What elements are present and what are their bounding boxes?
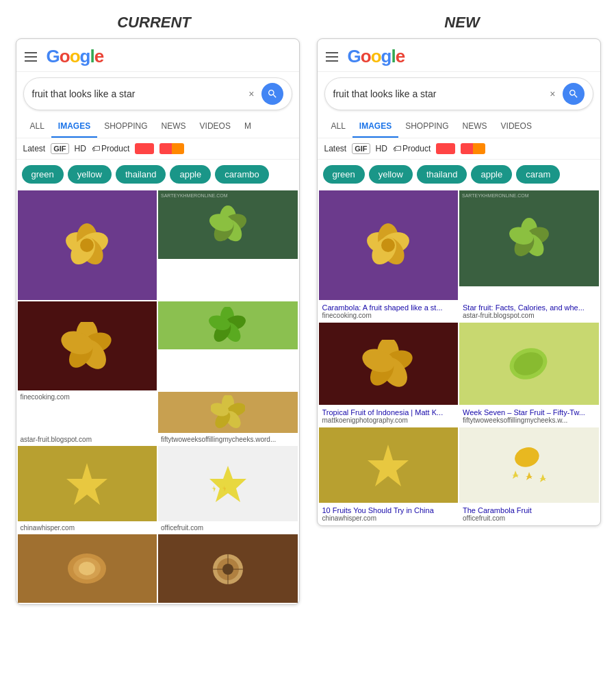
img-cell-2[interactable]: SARTEYKHMERONLINE.COM bbox=[158, 190, 298, 259]
img-cell-4[interactable] bbox=[158, 301, 298, 349]
new-chip-yellow[interactable]: yellow bbox=[369, 165, 413, 184]
new-hamburger-menu[interactable] bbox=[326, 52, 338, 62]
tab-shopping[interactable]: SHOPPING bbox=[97, 116, 154, 138]
new-search-bar[interactable]: fruit that looks like a star × bbox=[324, 77, 593, 110]
tab-more[interactable]: M bbox=[238, 116, 258, 138]
new-search-text: fruit that looks like a star bbox=[333, 88, 550, 99]
new-img-source-4: fiftytwoweeksoffillingmycheeks.w... bbox=[463, 416, 595, 424]
new-filter-row: Latest GIF HD 🏷 Product bbox=[318, 138, 600, 160]
new-caption-3: Tropical Fruit of Indonesia | Matt K... … bbox=[319, 406, 459, 426]
current-search-text: fruit that looks like a star bbox=[32, 88, 249, 99]
img-cell-8[interactable] bbox=[158, 534, 298, 603]
new-tab-videos[interactable]: VIDEOS bbox=[494, 116, 539, 138]
new-filter-latest[interactable]: Latest bbox=[324, 144, 347, 153]
current-search-button[interactable] bbox=[261, 83, 283, 105]
svg-marker-56 bbox=[368, 445, 409, 486]
new-search-button[interactable] bbox=[563, 83, 585, 105]
svg-marker-27 bbox=[209, 466, 246, 502]
chip-apple[interactable]: apple bbox=[170, 165, 211, 184]
new-chip-caram[interactable]: caram bbox=[516, 165, 560, 184]
source-3: astar-fruit.blogspot.com bbox=[18, 434, 157, 445]
img-cell-1[interactable] bbox=[18, 190, 157, 300]
new-search-clear[interactable]: × bbox=[550, 88, 555, 99]
current-search-clear[interactable]: × bbox=[248, 88, 254, 99]
new-tag-icon: 🏷 bbox=[393, 144, 401, 153]
svg-point-5 bbox=[80, 238, 94, 252]
tab-news[interactable]: NEWS bbox=[155, 116, 193, 138]
filter-orange-swatch[interactable] bbox=[159, 143, 184, 154]
new-img-source-3: mattkoenigphotography.com bbox=[322, 416, 455, 424]
svg-marker-58 bbox=[539, 474, 546, 482]
current-filter-row: Latest GIF HD 🏷 Product bbox=[16, 138, 299, 160]
new-img-source-6: officefruit.com bbox=[463, 514, 595, 522]
new-filter-product[interactable]: 🏷 Product bbox=[393, 144, 431, 153]
google-logo: Google bbox=[47, 46, 104, 67]
new-caption-1: Carambola: A fruit shaped like a st... f… bbox=[319, 301, 459, 321]
source-6: officefruit.com bbox=[158, 523, 298, 533]
new-img-title-6: The Carambola Fruit bbox=[463, 506, 595, 514]
img-cell-3[interactable] bbox=[18, 301, 157, 390]
new-label: NEW bbox=[318, 14, 606, 32]
new-google-logo: Google bbox=[348, 46, 405, 67]
current-tabs: ALL IMAGES SHOPPING NEWS VIDEOS M bbox=[16, 116, 299, 138]
svg-point-32 bbox=[79, 562, 95, 575]
new-panel: Google fruit that looks like a star × AL… bbox=[317, 38, 601, 526]
svg-marker-60 bbox=[512, 471, 519, 479]
filter-latest[interactable]: Latest bbox=[23, 144, 46, 153]
new-chip-green[interactable]: green bbox=[323, 165, 365, 184]
new-caption-6: The Carambola Fruit officefruit.com bbox=[459, 504, 599, 524]
new-img-6[interactable] bbox=[459, 427, 599, 503]
img-cell-7[interactable] bbox=[18, 534, 157, 603]
tab-images[interactable]: IMAGES bbox=[51, 116, 97, 138]
new-img-title-3: Tropical Fruit of Indonesia | Matt K... bbox=[322, 408, 455, 416]
img-cell-6[interactable] bbox=[158, 446, 298, 521]
new-chip-apple[interactable]: apple bbox=[471, 165, 512, 184]
chip-carambo[interactable]: carambo bbox=[215, 165, 269, 184]
new-chip-thailand[interactable]: thailand bbox=[417, 165, 467, 184]
new-image-grid: SARTEYKHMERONLINE.COM Carambola: A fruit… bbox=[318, 189, 600, 525]
new-chips-row: green yellow thailand apple caram bbox=[318, 160, 600, 189]
new-img-5[interactable] bbox=[319, 427, 459, 503]
tag-icon: 🏷 bbox=[92, 144, 100, 153]
new-img-source-5: chinawhisper.com bbox=[322, 514, 455, 522]
new-tab-shopping[interactable]: SHOPPING bbox=[398, 116, 455, 138]
filter-gif[interactable]: GIF bbox=[51, 143, 68, 154]
tab-videos[interactable]: VIDEOS bbox=[193, 116, 238, 138]
img-cell-5[interactable] bbox=[18, 446, 157, 521]
new-tab-news[interactable]: NEWS bbox=[456, 116, 494, 138]
tab-all[interactable]: ALL bbox=[23, 116, 51, 138]
svg-point-57 bbox=[513, 445, 541, 469]
new-img-title-4: Week Seven – Star Fruit – Fifty-Tw... bbox=[463, 408, 595, 416]
new-header: Google bbox=[318, 39, 600, 72]
source-2-wrap bbox=[158, 392, 298, 433]
new-filter-hd[interactable]: HD bbox=[376, 144, 387, 153]
new-tab-images[interactable]: IMAGES bbox=[352, 116, 398, 138]
new-tabs: ALL IMAGES SHOPPING NEWS VIDEOS bbox=[318, 116, 600, 138]
new-filter-gif[interactable]: GIF bbox=[352, 143, 370, 154]
new-filter-orange-swatch[interactable] bbox=[461, 143, 485, 154]
new-img-2[interactable]: SARTEYKHMERONLINE.COM bbox=[459, 190, 599, 286]
new-img-source-1: finecooking.com bbox=[322, 312, 455, 319]
new-caption-5: 10 Fruits You Should Try in China chinaw… bbox=[319, 504, 459, 524]
current-panel: Google fruit that looks like a star × AL… bbox=[16, 38, 300, 605]
filter-red-swatch[interactable] bbox=[135, 143, 154, 154]
chip-green[interactable]: green bbox=[22, 165, 64, 184]
new-caption-2: Star fruit: Facts, Calories, and whe... … bbox=[459, 301, 599, 321]
new-tab-all[interactable]: ALL bbox=[324, 116, 352, 138]
new-img-1[interactable] bbox=[319, 190, 459, 300]
chip-thailand[interactable]: thailand bbox=[116, 165, 166, 184]
chip-yellow[interactable]: yellow bbox=[68, 165, 112, 184]
svg-point-43 bbox=[381, 238, 395, 252]
new-img-3[interactable] bbox=[319, 323, 459, 405]
new-filter-red-swatch[interactable] bbox=[436, 143, 455, 154]
filter-hd[interactable]: HD bbox=[75, 144, 86, 153]
svg-marker-26 bbox=[66, 463, 107, 505]
current-label: CURRENT bbox=[10, 14, 298, 32]
current-chips-row: green yellow thailand apple carambo bbox=[16, 160, 299, 189]
filter-product[interactable]: 🏷 Product bbox=[92, 144, 129, 153]
current-search-bar[interactable]: fruit that looks like a star × bbox=[23, 77, 292, 110]
hamburger-menu[interactable] bbox=[25, 52, 37, 62]
new-img-4[interactable] bbox=[459, 323, 599, 405]
svg-marker-28 bbox=[211, 486, 216, 493]
source-1: finecooking.com bbox=[18, 392, 157, 433]
